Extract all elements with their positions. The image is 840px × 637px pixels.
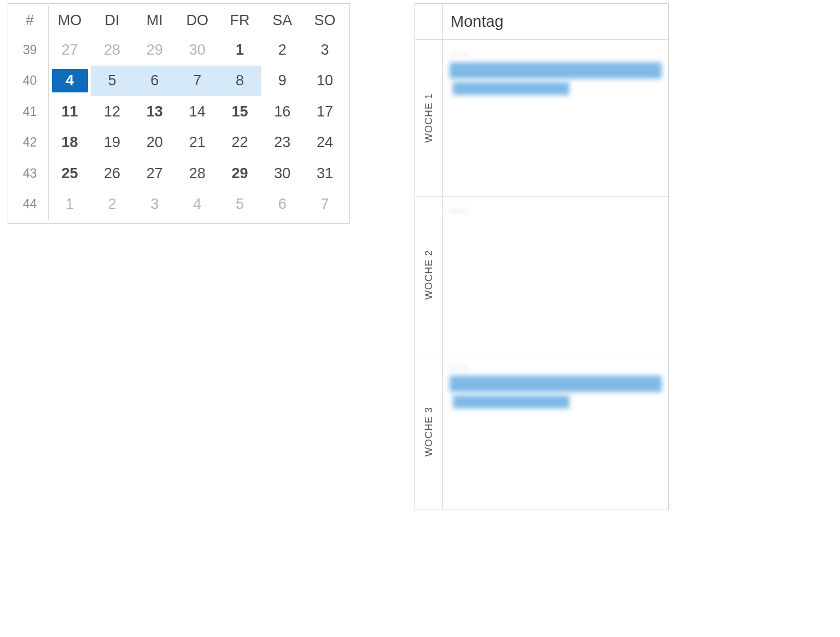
calendar-event[interactable] [453,395,569,408]
week-label: WOCHE 1 [423,93,435,143]
schedule-day-cell[interactable]: — — [443,197,668,353]
calendar-day[interactable]: 9 [261,66,304,97]
calendar-day[interactable]: 25 [48,158,91,189]
day-header-mo[interactable]: MO [48,6,91,34]
schedule-header-gutter [415,4,443,39]
schedule-week-row: WOCHE 3— — [415,353,668,510]
day-header-so[interactable]: SO [304,6,346,34]
day-header-sa[interactable]: SA [261,6,304,34]
calendar-day[interactable]: 5 [91,66,133,97]
week-gutter[interactable]: WOCHE 2 [415,197,443,353]
calendar-day[interactable]: 18 [48,127,91,159]
cell-date-chip: — — [450,206,662,215]
week-gutter[interactable]: WOCHE 1 [415,40,443,196]
calendar-day[interactable]: 11 [48,96,91,127]
schedule-day-cell[interactable]: — — [443,353,668,510]
mini-calendar: # MO DI MI DO FR SA SO 39272829301234045… [8,3,350,224]
calendar-day[interactable]: 4 [176,189,219,220]
week-header: # [11,6,48,34]
calendar-day[interactable]: 6 [261,189,304,220]
calendar-day[interactable]: 3 [133,189,176,220]
week-number[interactable]: 44 [11,189,48,220]
calendar-day[interactable]: 30 [176,34,219,66]
week-number[interactable]: 39 [11,34,48,66]
calendar-day[interactable]: 19 [91,127,133,159]
calendar-event[interactable] [450,376,662,392]
day-header-di[interactable]: DI [91,6,133,34]
calendar-day[interactable]: 26 [91,158,133,189]
calendar-day[interactable]: 15 [219,96,261,127]
schedule-panel: Montag WOCHE 1— —WOCHE 2— —WOCHE 3— — [415,3,669,510]
calendar-day[interactable]: 3 [304,34,346,66]
calendar-day[interactable]: 27 [48,34,91,66]
week-number[interactable]: 42 [11,127,48,159]
calendar-day[interactable]: 1 [219,34,261,66]
calendar-day[interactable]: 6 [133,66,176,97]
day-header-do[interactable]: DO [176,6,219,34]
calendar-day[interactable]: 16 [261,96,304,127]
schedule-week-row: WOCHE 1— — [415,40,668,197]
calendar-day[interactable]: 24 [304,127,346,159]
day-header-fr[interactable]: FR [219,6,261,34]
cell-date-chip: — — [450,362,662,371]
calendar-event[interactable] [453,82,569,95]
schedule-body: WOCHE 1— —WOCHE 2— —WOCHE 3— — [415,40,668,510]
calendar-day[interactable]: 1 [48,189,91,220]
calendar-day[interactable]: 7 [304,189,346,220]
mini-calendar-table: # MO DI MI DO FR SA SO 39272829301234045… [11,6,346,220]
calendar-day[interactable]: 20 [133,127,176,159]
calendar-day[interactable]: 23 [261,127,304,159]
schedule-day-title[interactable]: Montag [443,4,668,39]
calendar-day[interactable]: 22 [219,127,261,159]
day-header-mi[interactable]: MI [133,6,176,34]
calendar-day[interactable]: 28 [176,158,219,189]
calendar-day[interactable]: 2 [91,189,133,220]
schedule-header: Montag [415,4,668,40]
calendar-day[interactable]: 29 [133,34,176,66]
calendar-day[interactable]: 28 [91,34,133,66]
calendar-day[interactable]: 21 [176,127,219,159]
calendar-day[interactable]: 30 [261,158,304,189]
schedule-day-cell[interactable]: — — [443,40,668,196]
week-number[interactable]: 43 [11,158,48,189]
week-number[interactable]: 40 [11,66,48,97]
week-label: WOCHE 3 [423,407,435,457]
calendar-day[interactable]: 29 [219,158,261,189]
week-label: WOCHE 2 [423,250,435,300]
calendar-day[interactable]: 12 [91,96,133,127]
calendar-day[interactable]: 17 [304,96,346,127]
cell-date-chip: — — [450,49,662,58]
calendar-day[interactable]: 5 [219,189,261,220]
calendar-day[interactable]: 10 [304,66,346,97]
calendar-event[interactable] [450,62,662,79]
calendar-day[interactable]: 4 [48,66,91,97]
calendar-day[interactable]: 2 [261,34,304,66]
calendar-day[interactable]: 7 [176,66,219,97]
calendar-day[interactable]: 13 [133,96,176,127]
week-gutter[interactable]: WOCHE 3 [415,353,443,510]
today-marker[interactable]: 4 [52,69,88,92]
calendar-day[interactable]: 8 [219,66,261,97]
calendar-day[interactable]: 27 [133,158,176,189]
calendar-day[interactable]: 31 [304,158,346,189]
schedule-week-row: WOCHE 2— — [415,197,668,354]
calendar-day[interactable]: 14 [176,96,219,127]
week-number[interactable]: 41 [11,96,48,127]
